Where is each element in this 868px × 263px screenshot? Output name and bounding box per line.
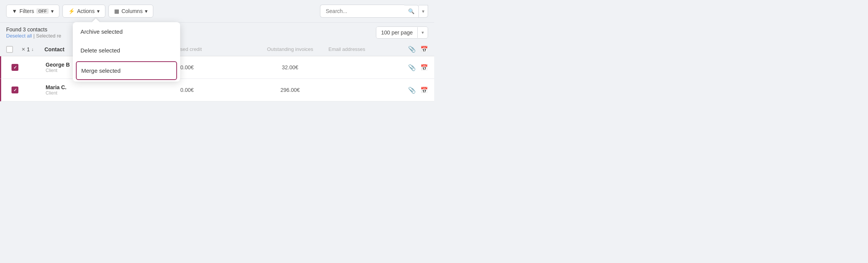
- search-button[interactable]: 🔍: [404, 5, 419, 18]
- email-column-header: Email addresses: [328, 46, 397, 52]
- deselect-all-link[interactable]: Deselect all: [6, 33, 32, 39]
- row2-checkbox[interactable]: [11, 87, 18, 93]
- per-page-label: 100 per page: [376, 27, 417, 38]
- row2-outstanding: 296.00€: [252, 87, 328, 93]
- row2-contact-name: Maria C.: [46, 84, 122, 90]
- selected-info-text: | Selected re: [33, 33, 61, 39]
- row2-attachment-icon[interactable]: 📎: [408, 87, 416, 94]
- outstanding-column-header: Outstanding invoices: [252, 46, 328, 52]
- toolbar: ▼ Filters OFF ▾ ⚡ Actions ▾ ▦ Columns ▾ …: [0, 0, 434, 23]
- filters-chevron-icon: ▾: [51, 8, 54, 14]
- per-page-select[interactable]: 100 per page ▾: [376, 26, 428, 39]
- columns-label: Columns: [121, 8, 143, 14]
- attachment-icon: 📎: [408, 46, 416, 53]
- row2-unused-credit: 0.00€: [122, 87, 252, 93]
- actions-chevron-icon: ▾: [97, 8, 100, 14]
- selection-info: Deselect all | Selected re: [6, 33, 61, 39]
- row2-contact-type: Client: [46, 90, 122, 96]
- filter-icon: ▼: [12, 8, 17, 14]
- filters-button[interactable]: ▼ Filters OFF ▾: [6, 5, 59, 18]
- search-dropdown-chevron-icon: ▾: [422, 8, 425, 14]
- filters-state-badge: OFF: [36, 8, 49, 14]
- columns-button[interactable]: ▦ Columns ▾: [108, 5, 153, 18]
- table-header: ✕ 1 ↓ Contact Unused credit Outstanding …: [0, 42, 434, 56]
- actions-bolt-icon: ⚡: [68, 8, 75, 14]
- row2-calendar-icon[interactable]: 📅: [420, 87, 428, 94]
- columns-chevron-icon: ▾: [145, 8, 148, 14]
- table-row: Maria C. Client 0.00€ 296.00€ 📎 📅: [0, 79, 434, 101]
- row1-attachment-icon[interactable]: 📎: [408, 64, 416, 71]
- delete-selected-item[interactable]: Delete selected: [73, 41, 180, 60]
- merge-selected-item[interactable]: Merge selected: [76, 61, 177, 80]
- filters-label: Filters: [20, 8, 34, 14]
- merge-selected-label: Merge selected: [81, 67, 121, 74]
- sort-indicator: ✕ 1 ↓: [21, 46, 44, 52]
- row1-checkbox-cell: [7, 64, 23, 71]
- archive-selected-label: Archive selected: [80, 28, 123, 35]
- row2-action-icons: 📎 📅: [397, 87, 428, 94]
- search-dropdown-button[interactable]: ▾: [419, 5, 428, 18]
- calendar-icon: 📅: [420, 46, 428, 53]
- row2-checkbox-cell: [7, 87, 23, 93]
- search-container: 🔍 ▾: [320, 5, 428, 18]
- row1-calendar-icon[interactable]: 📅: [420, 64, 428, 71]
- dropdown-arrow: [92, 18, 100, 22]
- sort-direction-icon[interactable]: ↓: [31, 47, 34, 52]
- page-container: ▼ Filters OFF ▾ ⚡ Actions ▾ ▦ Columns ▾ …: [0, 0, 434, 132]
- actions-button[interactable]: ⚡ Actions ▾: [62, 5, 105, 18]
- row1-checkbox[interactable]: [11, 64, 18, 71]
- header-check-col: [6, 46, 21, 53]
- info-bar: Found 3 contacts Deselect all | Selected…: [0, 23, 434, 42]
- clear-sort-icon[interactable]: ✕: [21, 47, 25, 52]
- row1-outstanding: 32.00€: [252, 64, 328, 70]
- row1-action-icons: 📎 📅: [397, 64, 428, 71]
- sort-number: 1: [27, 46, 30, 52]
- actions-dropdown-menu: Archive selected Delete selected Merge s…: [73, 22, 180, 82]
- delete-selected-label: Delete selected: [80, 47, 120, 54]
- per-page-chevron-icon[interactable]: ▾: [417, 27, 428, 38]
- archive-selected-item[interactable]: Archive selected: [73, 22, 180, 41]
- found-contacts-text: Found 3 contacts: [6, 26, 61, 33]
- header-action-icons: 📎 📅: [397, 46, 428, 53]
- search-input[interactable]: [320, 5, 404, 18]
- search-icon: 🔍: [408, 8, 415, 14]
- header-checkbox[interactable]: [6, 46, 13, 53]
- columns-icon: ▦: [114, 8, 119, 14]
- table-row: George B Client 0.00€ 32.00€ 📎 📅: [0, 56, 434, 79]
- actions-label: Actions: [77, 8, 95, 14]
- found-contacts-info: Found 3 contacts Deselect all | Selected…: [6, 26, 61, 39]
- row2-contact: Maria C. Client: [46, 84, 122, 96]
